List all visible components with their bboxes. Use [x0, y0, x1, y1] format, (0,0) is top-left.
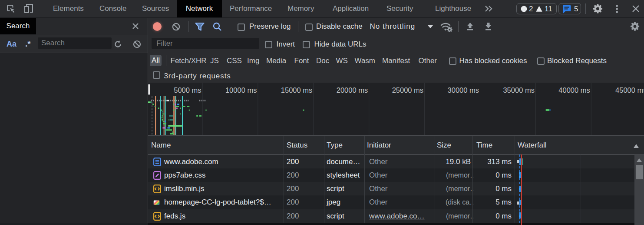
- svg-text:15000 ms: 15000 ms: [281, 86, 312, 94]
- svg-text:5000 ms: 5000 ms: [174, 86, 201, 94]
- svg-text:40000 ms: 40000 ms: [558, 86, 590, 94]
- svg-text:30000 ms: 30000 ms: [448, 86, 479, 94]
- svg-text:45000 ms: 45000 ms: [615, 86, 644, 94]
- svg-text:10000 ms: 10000 ms: [225, 86, 257, 94]
- svg-text:20000 ms: 20000 ms: [337, 86, 368, 94]
- svg-text:35000 ms: 35000 ms: [503, 86, 534, 94]
- svg-text:25000 ms: 25000 ms: [392, 86, 423, 94]
